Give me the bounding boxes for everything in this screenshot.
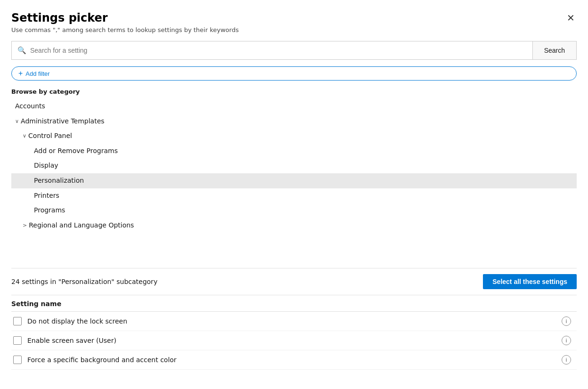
setting-item[interactable]: Enable screen saver (User)i	[11, 331, 577, 350]
search-button[interactable]: Search	[532, 41, 577, 60]
tree-item-label: Printers	[34, 191, 59, 201]
search-input[interactable]	[30, 47, 527, 54]
tree-item[interactable]: >Regional and Language Options	[11, 218, 577, 233]
tree-item[interactable]: Programs	[11, 203, 577, 218]
browse-label: Browse by category	[11, 88, 577, 95]
tree-item[interactable]: Printers	[11, 188, 577, 203]
add-filter-label: Add filter	[25, 70, 49, 77]
tree-item-label: Regional and Language Options	[29, 221, 134, 230]
tree-item-label: Personalization	[34, 176, 84, 186]
dialog-subtitle: Use commas "," among search terms to loo…	[11, 26, 577, 33]
setting-name: Enable screen saver (User)	[27, 337, 562, 344]
close-button[interactable]: ✕	[565, 11, 577, 24]
setting-item[interactable]: Force a specific background and accent c…	[11, 350, 577, 370]
setting-checkbox[interactable]	[13, 336, 22, 345]
settings-column-header: Setting name	[11, 295, 577, 312]
info-icon[interactable]: i	[562, 316, 571, 326]
dialog-title: Settings picker	[11, 11, 108, 24]
tree-item-label: Control Panel	[28, 131, 72, 141]
tree-item[interactable]: Personalization	[11, 173, 577, 188]
tree-item-label: Programs	[34, 206, 65, 215]
tree-panel[interactable]: Accounts∨Administrative Templates∨Contro…	[11, 99, 577, 268]
settings-header: 24 settings in "Personalization" subcate…	[11, 268, 577, 295]
tree-item[interactable]: Add or Remove Programs	[11, 144, 577, 159]
info-icon[interactable]: i	[562, 355, 571, 365]
select-all-button[interactable]: Select all these settings	[483, 274, 577, 289]
tree-item-label: Accounts	[15, 102, 45, 111]
bottom-section: 24 settings in "Personalization" subcate…	[11, 268, 577, 389]
search-icon: 🔍	[17, 46, 26, 55]
tree-item[interactable]: ∨Administrative Templates	[11, 114, 577, 129]
setting-checkbox[interactable]	[13, 317, 22, 325]
search-input-wrapper: 🔍	[11, 41, 532, 60]
setting-name: Force a specific background and accent c…	[27, 356, 562, 364]
tree-item[interactable]: ∨Control Panel	[11, 129, 577, 144]
info-icon[interactable]: i	[562, 336, 571, 345]
tree-item[interactable]: Display	[11, 158, 577, 173]
tree-item-label: Administrative Templates	[21, 117, 105, 126]
add-filter-button[interactable]: + Add filter	[11, 66, 577, 81]
plus-icon: +	[18, 69, 23, 78]
chevron-icon: >	[23, 222, 27, 229]
settings-count: 24 settings in "Personalization" subcate…	[11, 278, 157, 285]
setting-checkbox[interactable]	[13, 356, 22, 364]
settings-list: Do not display the lock screeniEnable sc…	[11, 312, 577, 389]
chevron-icon: ∨	[23, 132, 26, 139]
search-row: 🔍 Search	[11, 41, 577, 60]
setting-item[interactable]: Do not display the lock screeni	[11, 312, 577, 331]
chevron-icon: ∨	[15, 118, 19, 125]
tree-item[interactable]: Accounts	[11, 99, 577, 114]
settings-picker-dialog: Settings picker ✕ Use commas "," among s…	[0, 0, 588, 389]
dialog-header: Settings picker ✕	[11, 11, 577, 24]
tree-item-label: Add or Remove Programs	[34, 146, 118, 156]
setting-name: Do not display the lock screen	[27, 317, 562, 325]
tree-item-label: Display	[34, 161, 58, 170]
